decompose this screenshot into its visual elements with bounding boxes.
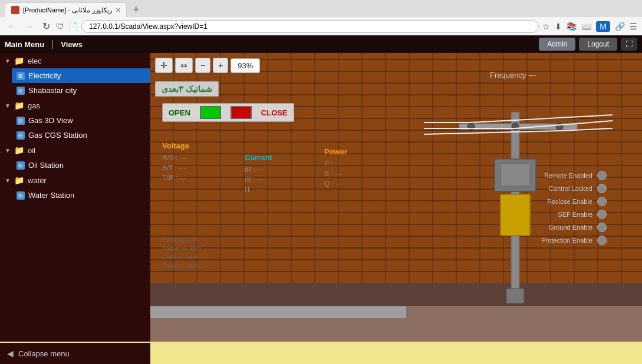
scada-toolbar: ✛ ⇔ − + 93%	[155, 58, 260, 73]
close-tab-icon[interactable]: ×	[116, 5, 120, 15]
history-icon[interactable]: 📚	[567, 22, 577, 31]
it-label: iT :	[245, 186, 254, 194]
folder-icon-gas: 📁	[14, 101, 24, 110]
st-label: S/T :	[162, 164, 177, 172]
logout-button[interactable]: Logout	[579, 38, 617, 51]
p-label: P :	[324, 160, 332, 168]
svg-line-9	[424, 131, 559, 134]
open-indicator	[200, 106, 221, 119]
fullscreen-button[interactable]: ⛶	[621, 38, 637, 51]
positive-wh-row: Positive W/h: --	[162, 236, 209, 243]
gas-group-header[interactable]: ▼ 📁 gas	[0, 98, 150, 113]
ir-value: ---	[257, 166, 264, 174]
back-button[interactable]: ←	[5, 20, 19, 33]
svg-point-3	[512, 123, 519, 130]
chevron-down-icon: ▼	[5, 58, 11, 64]
positive-varh2-label: Positive Varh:	[162, 262, 202, 269]
zoom-level-display: 93%	[231, 58, 260, 73]
s-label: S :	[324, 170, 333, 178]
new-tab-button[interactable]: +	[129, 4, 143, 16]
oil-group-header[interactable]: ▼ 📁 oil	[0, 143, 150, 158]
schematic-label: شماتیک ۳بعدی	[155, 81, 219, 97]
remote-panel: Remote Enabled Control Locked Reclose En…	[541, 171, 607, 249]
sidebar: ▼ 📁 elec ⊞ Electricity ⊞ Shabastar city	[0, 53, 150, 342]
remote-enabled-indicator	[597, 171, 607, 180]
close-indicator-red	[231, 106, 252, 119]
oil-sub-items: ⊞ Oil Station	[0, 158, 150, 173]
download-icon[interactable]: ⬇	[555, 22, 562, 31]
menu-icon[interactable]: ☰	[630, 22, 637, 31]
positive-varh2-value: --	[203, 262, 208, 269]
close-label: CLOSE	[261, 108, 288, 117]
sidebar-group-elec: ▼ 📁 elec ⊞ Electricity ⊞ Shabastar city	[0, 53, 150, 98]
move-tool-button[interactable]: ✛	[155, 58, 173, 73]
protection-enable-label: Protection Enable	[541, 237, 592, 244]
sidebar-item-gas3d[interactable]: ⊞ Gas 3D View	[12, 113, 150, 128]
is-label: iS :	[245, 176, 255, 184]
elec-group-header[interactable]: ▼ 📁 elec	[0, 53, 150, 68]
refresh-button[interactable]: ↻	[40, 19, 52, 33]
negative-wh-row: Negative W/h: --	[162, 244, 209, 252]
chevron-down-icon-water: ▼	[5, 177, 11, 184]
sidebar-item-water-station[interactable]: ⊞ Water Station	[12, 188, 150, 203]
main-menu-label[interactable]: Main Menu	[5, 40, 44, 49]
views-label[interactable]: Views	[61, 40, 83, 49]
protection-enable-indicator	[597, 236, 607, 245]
water-sub-items: ⊞ Water Station	[0, 188, 150, 203]
positive-varh1-row: Positive Varh: --	[162, 253, 209, 260]
is-row: iS : ---	[245, 176, 272, 184]
elec-sub-items: ⊞ Electricity ⊞ Shabastar city	[0, 68, 150, 98]
water-group-header[interactable]: ▼ 📁 water	[0, 173, 150, 188]
control-locked-label: Control Locked	[549, 185, 592, 192]
sidebar-item-oil-station[interactable]: ⊞ Oil Station	[12, 158, 150, 173]
sef-enable-row: SEF Enable	[541, 210, 607, 219]
folder-icon-elec: 📁	[14, 56, 24, 65]
positive-wh-value: --	[202, 236, 206, 243]
q-value: ---	[335, 180, 343, 188]
link-icon[interactable]: 🔗	[615, 22, 625, 31]
chevron-down-icon-gas: ▼	[5, 102, 11, 109]
water-station-label: Water Station	[28, 191, 74, 200]
frequency-text: Frequency	[490, 71, 526, 80]
svg-rect-11	[501, 194, 530, 236]
gascgs-label: Gas CGS Station	[28, 131, 87, 140]
reader-icon[interactable]: 📖	[581, 22, 591, 31]
sidewalk	[150, 306, 406, 318]
status-bar: OPEN CLOSE	[162, 103, 294, 122]
control-locked-row: Control Locked	[541, 184, 607, 193]
p-row: P : ---	[324, 160, 347, 168]
app: Main Menu | Views Admin Logout ⛶ ▼ 📁 ele…	[0, 35, 642, 342]
control-locked-indicator	[597, 184, 607, 193]
rs-label: R/S :	[162, 154, 178, 162]
shield-icon: 🛡	[56, 22, 64, 31]
reclose-enable-label: Reclose Enable	[547, 198, 592, 205]
swap-tool-button[interactable]: ⇔	[175, 58, 193, 73]
address-bar[interactable]	[81, 20, 539, 33]
is-value: ---	[257, 176, 264, 184]
remote-enabled-row: Remote Enabled	[541, 171, 607, 180]
negative-wh-value: --	[205, 244, 209, 252]
tr-row: T/R : ---	[162, 174, 189, 182]
positive-varh2-row: Positive Varh: --	[162, 262, 209, 269]
sidebar-item-electricity[interactable]: ⊞ Electricity	[12, 68, 150, 83]
ir-label: iR :	[245, 166, 255, 174]
active-tab[interactable]: ریکلوزر ملاثانی - [ProductName] ×	[5, 2, 127, 17]
zoom-out-button[interactable]: −	[195, 58, 210, 73]
sidebar-item-shabastar[interactable]: ⊞ Shabastar city	[12, 83, 150, 98]
header-left: Main Menu | Views	[5, 39, 83, 49]
p-value: ---	[335, 160, 342, 168]
admin-button[interactable]: Admin	[539, 38, 575, 51]
nav-icons: ☆ ⬇ 📚 📖 M 🔗 ☰	[542, 21, 637, 32]
forward-button[interactable]: →	[22, 20, 37, 33]
reclose-enable-indicator	[597, 197, 607, 206]
browser-chrome: ریکلوزر ملاثانی - [ProductName] × + ← → …	[0, 0, 642, 35]
folder-icon-oil: 📁	[14, 145, 24, 155]
sidebar-item-gascgs[interactable]: ⊞ Gas CGS Station	[12, 128, 150, 143]
zoom-in-button[interactable]: +	[213, 58, 228, 73]
frequency-label: Frequency ---	[490, 71, 536, 80]
profile-icon[interactable]: M	[596, 21, 610, 32]
bookmark-icon[interactable]: ☆	[542, 22, 550, 31]
gas3d-label: Gas 3D View	[28, 116, 73, 125]
tr-value: ---	[179, 174, 186, 182]
svg-point-2	[467, 123, 475, 130]
